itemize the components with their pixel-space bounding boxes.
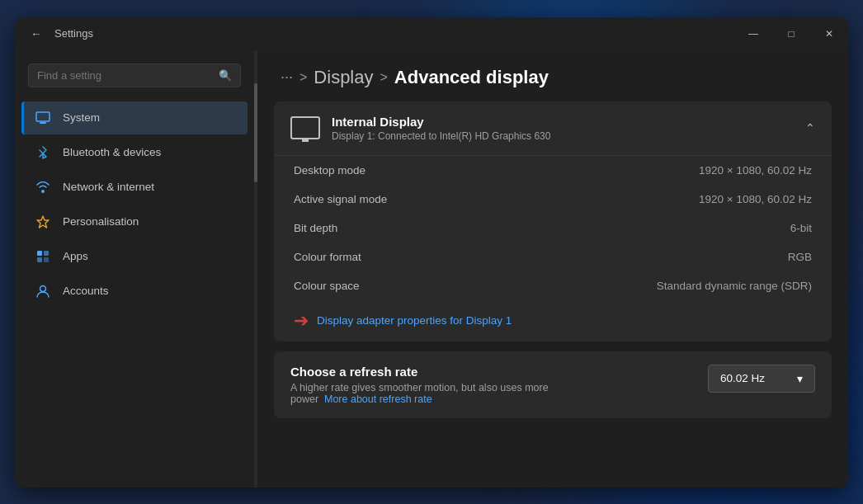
- internal-display-header[interactable]: Internal Display Display 1: Connected to…: [274, 101, 832, 156]
- sidebar-item-network[interactable]: Network & internet: [21, 171, 248, 204]
- desktop-mode-label: Desktop mode: [294, 164, 365, 177]
- breadcrumb-sep1: >: [299, 70, 307, 85]
- display-header-left: Internal Display Display 1: Connected to…: [290, 115, 550, 142]
- maximize-button[interactable]: □: [772, 17, 810, 50]
- sidebar-item-system[interactable]: System: [21, 101, 248, 134]
- search-icon: 🔍: [219, 69, 232, 82]
- system-icon: [35, 110, 51, 126]
- signal-mode-label: Active signal mode: [294, 193, 387, 205]
- colour-space-row: Colour space Standard dynamic range (SDR…: [274, 271, 832, 300]
- sidebar-item-personalisation[interactable]: Personalisation: [21, 205, 248, 238]
- monitor-icon: [290, 116, 320, 139]
- desktop-mode-value: 1920 × 1080, 60.02 Hz: [699, 164, 812, 177]
- chevron-down-icon: ▾: [797, 372, 803, 385]
- display-title: Internal Display: [332, 115, 550, 129]
- window-title: Settings: [54, 27, 93, 40]
- svg-rect-1: [40, 122, 46, 124]
- colour-format-value: RGB: [788, 251, 812, 263]
- main-content: ··· > Display > Advanced display Interna…: [257, 50, 848, 488]
- search-box[interactable]: 🔍: [28, 64, 241, 87]
- display-subtitle: Display 1: Connected to Intel(R) HD Grap…: [332, 130, 550, 142]
- refresh-rate-title: Choose a refresh rate: [290, 365, 571, 379]
- sidebar-item-system-label: System: [63, 111, 100, 124]
- refresh-rate-value: 60.02 Hz: [720, 372, 765, 384]
- refresh-rate-header: Choose a refresh rate A higher rate give…: [290, 365, 815, 405]
- sidebar-item-apps-label: Apps: [63, 250, 88, 262]
- back-button[interactable]: ←: [25, 22, 48, 45]
- signal-mode-value: 1920 × 1080, 60.02 Hz: [699, 193, 812, 205]
- sidebar-item-bluetooth-label: Bluetooth & devices: [63, 146, 161, 158]
- svg-rect-2: [37, 251, 42, 256]
- minimize-button[interactable]: —: [734, 17, 772, 50]
- display-header-text: Internal Display Display 1: Connected to…: [332, 115, 550, 142]
- sidebar-item-personalisation-label: Personalisation: [63, 215, 139, 228]
- refresh-rate-dropdown[interactable]: 60.02 Hz ▾: [708, 365, 815, 393]
- personalisation-icon: [35, 214, 51, 230]
- bluetooth-icon: [35, 144, 51, 161]
- window-content: 🔍 System Bluetooth &: [15, 50, 848, 488]
- breadcrumb-dots[interactable]: ···: [281, 68, 293, 86]
- colour-space-label: Colour space: [294, 280, 360, 292]
- sidebar-item-bluetooth[interactable]: Bluetooth & devices: [21, 136, 248, 169]
- bit-depth-row: Bit depth 6-bit: [274, 214, 832, 243]
- sidebar: 🔍 System Bluetooth &: [15, 50, 254, 488]
- breadcrumb-display[interactable]: Display: [314, 67, 373, 88]
- sidebar-item-accounts[interactable]: Accounts: [21, 275, 248, 308]
- sidebar-item-accounts-label: Accounts: [63, 285, 109, 297]
- apps-icon: [35, 248, 51, 265]
- colour-space-value: Standard dynamic range (SDR): [657, 280, 812, 292]
- refresh-rate-desc: A higher rate gives smoother motion, but…: [290, 382, 571, 405]
- svg-point-6: [40, 285, 46, 291]
- search-input[interactable]: [37, 69, 219, 82]
- breadcrumb-sep2: >: [380, 70, 388, 85]
- svg-rect-3: [44, 251, 49, 256]
- bit-depth-label: Bit depth: [294, 222, 337, 234]
- adapter-link-row: ➔ Display adapter properties for Display…: [274, 300, 832, 341]
- network-icon: [35, 179, 51, 195]
- arrow-right-icon: ➔: [294, 310, 309, 332]
- svg-rect-5: [44, 257, 49, 262]
- sidebar-item-apps[interactable]: Apps: [21, 240, 248, 273]
- chevron-up-icon[interactable]: ⌃: [805, 121, 815, 134]
- sidebar-scrollbar[interactable]: [254, 50, 257, 488]
- signal-mode-row: Active signal mode 1920 × 1080, 60.02 Hz: [274, 185, 832, 214]
- window-controls: — □ ✕: [734, 17, 848, 50]
- internal-display-card: Internal Display Display 1: Connected to…: [274, 101, 832, 341]
- accounts-icon: [35, 283, 51, 299]
- svg-rect-4: [37, 257, 42, 262]
- refresh-rate-text: Choose a refresh rate A higher rate give…: [290, 365, 571, 405]
- desktop-mode-row: Desktop mode 1920 × 1080, 60.02 Hz: [274, 156, 832, 185]
- refresh-rate-link[interactable]: More about refresh rate: [324, 393, 432, 405]
- colour-format-label: Colour format: [294, 251, 361, 263]
- colour-format-row: Colour format RGB: [274, 243, 832, 271]
- settings-window: ← Settings — □ ✕ 🔍 System: [15, 17, 848, 488]
- adapter-link[interactable]: Display adapter properties for Display 1: [317, 314, 512, 327]
- sidebar-item-network-label: Network & internet: [63, 181, 154, 193]
- breadcrumb-current: Advanced display: [394, 67, 549, 88]
- close-button[interactable]: ✕: [810, 17, 848, 50]
- refresh-rate-card: Choose a refresh rate A higher rate give…: [274, 351, 832, 418]
- titlebar: ← Settings — □ ✕: [15, 17, 848, 50]
- bit-depth-value: 6-bit: [790, 222, 812, 234]
- breadcrumb: ··· > Display > Advanced display: [257, 50, 848, 101]
- svg-rect-0: [36, 112, 50, 121]
